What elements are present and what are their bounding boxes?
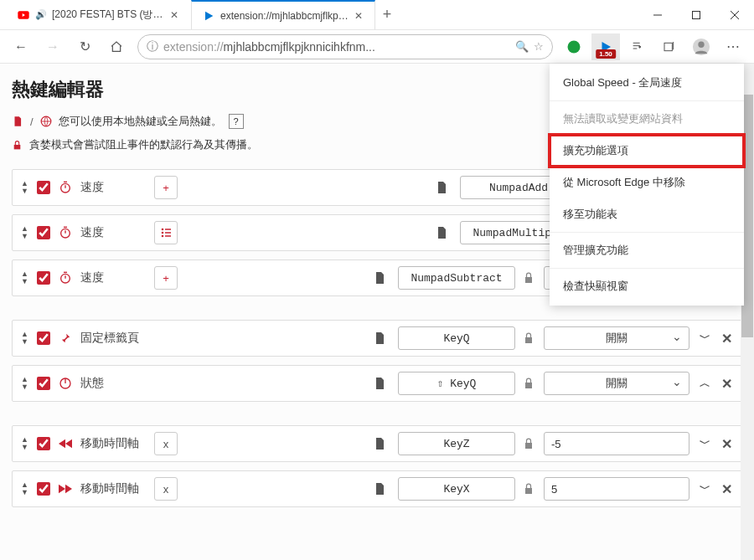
row-type-icon (59, 271, 72, 285)
close-icon[interactable]: ✕ (354, 10, 364, 22)
collections-button[interactable] (655, 33, 684, 60)
tab-label: extension://mjhlabbcmjflkpjknni (220, 10, 349, 22)
svg-point-12 (698, 41, 704, 47)
delete-row-button[interactable]: ✕ (720, 376, 733, 392)
key-binding-button[interactable]: ⇧ KeyQ (398, 372, 515, 395)
enable-checkbox[interactable] (37, 331, 50, 345)
key-binding-button[interactable]: NumpadSubtract (398, 266, 515, 290)
row-type-icon (59, 181, 72, 194)
expand-toggle[interactable]: ﹀ (698, 331, 711, 346)
back-button[interactable]: ← (7, 33, 35, 60)
menu-item-manage[interactable]: 管理擴充功能 (550, 234, 744, 266)
expand-toggle[interactable]: ︿ (698, 376, 711, 391)
address-bar[interactable]: ⓘ extension://mjhlabbcmjflkpjknnicihkfnm… (137, 34, 553, 59)
value-select[interactable]: 開關 (544, 326, 689, 350)
key-binding-button[interactable]: KeyZ (398, 432, 515, 455)
file-icon[interactable] (436, 227, 448, 239)
svg-rect-14 (14, 144, 21, 148)
lock-icon[interactable] (524, 272, 535, 284)
svg-marker-40 (59, 485, 65, 494)
browser-toolbar: ← → ↻ ⓘ extension://mjhlabbcmjflkpjknnic… (0, 30, 754, 64)
hotkey-row: ▲▼固定標籤頁KeyQ開關﹀✕ (12, 320, 742, 357)
delete-row-button[interactable]: ✕ (720, 436, 733, 452)
menu-item-move-to-menu[interactable]: 移至功能表 (550, 198, 744, 230)
svg-marker-37 (59, 439, 65, 449)
file-icon[interactable] (374, 272, 386, 284)
lock-icon[interactable] (524, 332, 535, 344)
delete-row-button[interactable]: ✕ (720, 331, 733, 347)
lock-icon[interactable] (524, 483, 535, 495)
profile-button[interactable] (687, 33, 715, 60)
value-input[interactable] (544, 477, 689, 501)
enable-checkbox[interactable] (37, 226, 50, 239)
row-label: 移動時間軸 (80, 436, 146, 451)
new-tab-button[interactable]: + (375, 0, 399, 29)
reorder-handle[interactable]: ▲▼ (21, 436, 28, 451)
file-icon[interactable] (436, 182, 448, 193)
plus-button[interactable]: + (154, 266, 178, 290)
close-icon[interactable]: ✕ (170, 9, 180, 21)
value-input[interactable] (544, 432, 689, 455)
enable-checkbox[interactable] (37, 271, 50, 285)
refresh-button[interactable]: ↻ (70, 33, 99, 60)
enable-checkbox[interactable] (37, 181, 50, 194)
delete-row-button[interactable]: ✕ (720, 481, 733, 497)
extension-adblock-icon[interactable] (560, 33, 588, 60)
svg-rect-9 (664, 43, 672, 50)
file-icon[interactable] (374, 438, 386, 450)
x-small-button[interactable]: x (154, 477, 178, 501)
list-button[interactable] (154, 221, 178, 244)
close-window-button[interactable] (715, 0, 754, 29)
reorder-handle[interactable]: ▲▼ (21, 270, 28, 285)
forward-button[interactable]: → (39, 33, 67, 60)
svg-point-19 (61, 229, 70, 238)
home-button[interactable] (102, 33, 131, 60)
maximize-button[interactable] (677, 0, 715, 29)
plus-button[interactable]: + (154, 176, 178, 199)
enable-checkbox[interactable] (37, 437, 50, 450)
enable-checkbox[interactable] (37, 482, 50, 496)
lock-icon[interactable] (524, 378, 535, 389)
info-icon[interactable]: ⓘ (147, 39, 158, 54)
hotkey-row: ▲▼移動時間軸xKeyZ﹀✕ (12, 425, 742, 462)
reorder-handle[interactable]: ▲▼ (21, 225, 28, 240)
hotkey-row: ▲▼狀態⇧ KeyQ開關︿✕ (12, 365, 742, 402)
reorder-handle[interactable]: ▲▼ (21, 331, 28, 346)
menu-button[interactable]: ⋯ (719, 33, 747, 60)
svg-point-23 (162, 232, 164, 234)
media-button[interactable] (623, 33, 652, 60)
value-select[interactable]: 開關 (544, 372, 689, 395)
menu-item-inspect[interactable]: 檢查快顯視窗 (550, 270, 744, 302)
extension-context-menu: Global Speed - 全局速度 無法讀取或變更網站資料 擴充功能選項 從… (550, 64, 744, 306)
menu-item-remove[interactable]: 從 Microsoft Edge 中移除 (550, 167, 744, 198)
file-icon[interactable] (374, 483, 386, 495)
svg-rect-32 (525, 277, 532, 283)
zoom-icon[interactable]: 🔍 (515, 40, 529, 53)
extension-globalspeed-icon[interactable]: 1.50 (591, 33, 620, 60)
key-binding-button[interactable]: KeyX (398, 477, 515, 501)
tab-extension[interactable]: extension://mjhlabbcmjflkpjknni ✕ (191, 0, 375, 29)
minimize-button[interactable] (638, 0, 677, 29)
expand-toggle[interactable]: ﹀ (698, 436, 711, 451)
enable-checkbox[interactable] (37, 377, 50, 390)
tab-youtube[interactable]: 🔊 [2020 FESTA] BTS (방탄소년 ✕ (7, 0, 191, 29)
favorite-icon[interactable]: ☆ (534, 40, 544, 53)
row-label: 狀態 (80, 376, 146, 391)
svg-rect-33 (525, 337, 532, 343)
help-button[interactable]: ? (229, 114, 244, 129)
file-icon[interactable] (374, 378, 386, 389)
reorder-handle[interactable]: ▲▼ (21, 180, 28, 195)
file-icon[interactable] (374, 332, 386, 344)
x-small-button[interactable]: x (154, 432, 178, 455)
row-label: 速度 (80, 180, 146, 195)
svg-point-7 (568, 40, 581, 53)
svg-rect-39 (525, 443, 532, 449)
lock-icon[interactable] (524, 438, 535, 450)
reorder-handle[interactable]: ▲▼ (21, 376, 28, 391)
svg-point-29 (61, 274, 70, 283)
menu-item-options[interactable]: 擴充功能選項 (550, 135, 744, 167)
row-type-icon (59, 437, 72, 450)
reorder-handle[interactable]: ▲▼ (21, 481, 28, 496)
expand-toggle[interactable]: ﹀ (698, 481, 711, 496)
key-binding-button[interactable]: KeyQ (398, 326, 515, 350)
